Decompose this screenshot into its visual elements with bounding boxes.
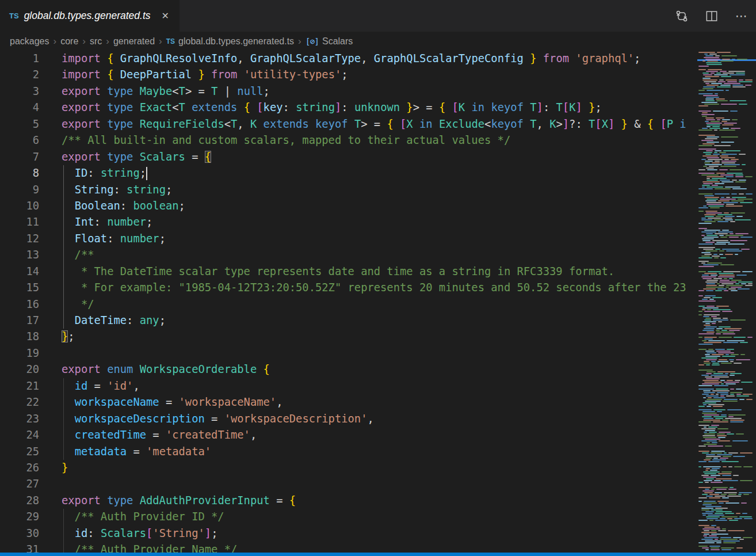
code-line-4[interactable]: 4export type Exact<T extends { [key: str… — [0, 100, 697, 116]
line-number[interactable]: 19 — [0, 345, 39, 361]
line-number[interactable]: 22 — [0, 394, 39, 410]
line-number[interactable]: 12 — [0, 231, 39, 247]
code-line-8[interactable]: 8 ID: string; — [0, 165, 697, 181]
minimap-code-mark — [704, 311, 720, 312]
minimap-code-mark — [704, 221, 716, 222]
minimap-code-mark — [704, 297, 711, 298]
code-line-13[interactable]: 13 /** — [0, 247, 697, 263]
breadcrumb-separator-icon: › — [82, 36, 86, 47]
line-number[interactable]: 27 — [0, 476, 39, 492]
line-number[interactable]: 3 — [0, 83, 39, 100]
minimap-code-mark — [743, 537, 753, 538]
code-line-14[interactable]: 14 * The DateTime scalar type represents… — [0, 264, 697, 280]
line-number[interactable]: 1 — [0, 51, 39, 67]
code-line-23[interactable]: 23 workspaceDescription = 'workspaceDesc… — [0, 411, 697, 427]
open-changes-icon[interactable] — [674, 9, 689, 24]
minimap-code-mark — [726, 90, 729, 91]
line-number[interactable]: 26 — [0, 460, 39, 476]
line-number[interactable]: 7 — [0, 149, 39, 165]
code-line-21[interactable]: 21 id = 'id', — [0, 378, 697, 394]
line-number[interactable]: 14 — [0, 264, 39, 280]
split-editor-icon[interactable] — [704, 9, 719, 24]
code-line-2[interactable]: 2import { DeepPartial } from 'utility-ty… — [0, 67, 697, 83]
code-line-5[interactable]: 5export type RequireFields<T, K extends … — [0, 116, 697, 132]
line-number[interactable]: 23 — [0, 411, 39, 427]
minimap-code-mark — [718, 530, 726, 531]
more-actions-icon[interactable]: ⋯ — [734, 9, 749, 24]
line-number[interactable]: 25 — [0, 444, 39, 460]
line-number[interactable]: 6 — [0, 132, 39, 148]
line-number[interactable]: 10 — [0, 198, 39, 214]
minimap-code-mark — [727, 409, 741, 410]
code-line-11[interactable]: 11 Int: number; — [0, 214, 697, 230]
code-line-29[interactable]: 29 /** Auth Provider ID */ — [0, 509, 697, 525]
line-number[interactable]: 11 — [0, 214, 39, 230]
line-number[interactable]: 29 — [0, 509, 39, 525]
minimap-code-mark — [725, 373, 728, 374]
minimap-code-mark — [718, 81, 726, 82]
code-line-3[interactable]: 3export type Maybe<T> = T | null; — [0, 83, 697, 100]
code-line-28[interactable]: 28export type AddAuthProviderInput = { — [0, 493, 697, 509]
minimap-code-mark — [720, 85, 731, 86]
minimap-code-mark — [704, 338, 713, 340]
line-number[interactable]: 24 — [0, 427, 39, 443]
breadcrumb-item-src[interactable]: src — [90, 36, 102, 47]
code-line-1[interactable]: 1import { GraphQLResolveInfo, GraphQLSca… — [0, 51, 697, 67]
code-line-6[interactable]: 6/** All built-in and custom scalars, ma… — [0, 132, 697, 148]
code-line-7[interactable]: 7export type Scalars = { — [0, 149, 697, 165]
code-line-27[interactable]: 27 — [0, 476, 697, 492]
tab-global-db-types-generated-ts[interactable]: TS global.db.types.generated.ts ✕ — [0, 0, 180, 32]
breadcrumb-item-scalars[interactable]: [⊘]Scalars — [306, 36, 353, 47]
line-number[interactable]: 21 — [0, 378, 39, 394]
code-text: export type AddAuthProviderInput = { — [39, 493, 296, 509]
minimap[interactable] — [697, 51, 756, 553]
code-line-19[interactable]: 19 — [0, 345, 697, 361]
line-number[interactable]: 9 — [0, 182, 39, 198]
status-bar[interactable] — [0, 553, 756, 556]
line-number[interactable]: 30 — [0, 525, 39, 542]
breadcrumb-item-generated[interactable]: generated — [113, 36, 155, 47]
line-number[interactable]: 4 — [0, 100, 39, 116]
minimap-code-mark — [718, 473, 731, 474]
line-number[interactable]: 8 — [0, 165, 39, 181]
minimap-code-mark — [745, 79, 753, 81]
code-editor[interactable]: 1import { GraphQLResolveInfo, GraphQLSca… — [0, 51, 697, 553]
line-number[interactable]: 15 — [0, 280, 39, 296]
close-tab-icon[interactable]: ✕ — [159, 9, 171, 22]
line-number[interactable]: 28 — [0, 493, 39, 509]
code-line-12[interactable]: 12 Float: number; — [0, 231, 697, 247]
minimap-code-mark — [707, 235, 717, 236]
line-number[interactable]: 17 — [0, 313, 39, 329]
line-number[interactable]: 16 — [0, 296, 39, 313]
code-line-25[interactable]: 25 metadata = 'metadata' — [0, 444, 697, 460]
code-line-9[interactable]: 9 String: string; — [0, 182, 697, 198]
code-line-17[interactable]: 17 DateTime: any; — [0, 313, 697, 329]
breadcrumb-item-core[interactable]: core — [60, 36, 78, 47]
code-line-30[interactable]: 30 id: Scalars['String']; — [0, 525, 697, 542]
code-line-18[interactable]: 18}; — [0, 329, 697, 345]
breadcrumb-item-packages[interactable]: packages — [10, 36, 49, 47]
minimap-code-mark — [701, 375, 709, 376]
minimap-code-mark — [730, 169, 742, 170]
minimap-code-mark — [706, 212, 722, 214]
code-line-24[interactable]: 24 createdTime = 'createdTime', — [0, 427, 697, 443]
code-line-16[interactable]: 16 */ — [0, 296, 697, 313]
minimap-code-mark — [717, 361, 728, 362]
code-line-15[interactable]: 15 * For example: "1985-04-12T23:20:50.5… — [0, 280, 697, 296]
line-number[interactable]: 18 — [0, 329, 39, 345]
code-line-20[interactable]: 20export enum WorkspaceOrderable { — [0, 361, 697, 378]
code-line-26[interactable]: 26} — [0, 460, 697, 476]
minimap-code-mark — [702, 411, 715, 412]
minimap-code-mark — [709, 546, 720, 547]
code-line-10[interactable]: 10 Boolean: boolean; — [0, 198, 697, 214]
line-number[interactable]: 5 — [0, 116, 39, 132]
line-number[interactable]: 20 — [0, 361, 39, 378]
line-number[interactable]: 13 — [0, 247, 39, 263]
minimap-code-mark — [714, 219, 723, 220]
line-number[interactable]: 31 — [0, 542, 39, 553]
code-line-31[interactable]: 31 /** Auth Provider Name */ — [0, 542, 697, 553]
code-line-22[interactable]: 22 workspaceName = 'workspaceName', — [0, 394, 697, 410]
breadcrumb-item-global-db-types-generated-ts[interactable]: TSglobal.db.types.generated.ts — [166, 36, 294, 47]
minimap-code-mark — [711, 530, 716, 531]
line-number[interactable]: 2 — [0, 67, 39, 83]
